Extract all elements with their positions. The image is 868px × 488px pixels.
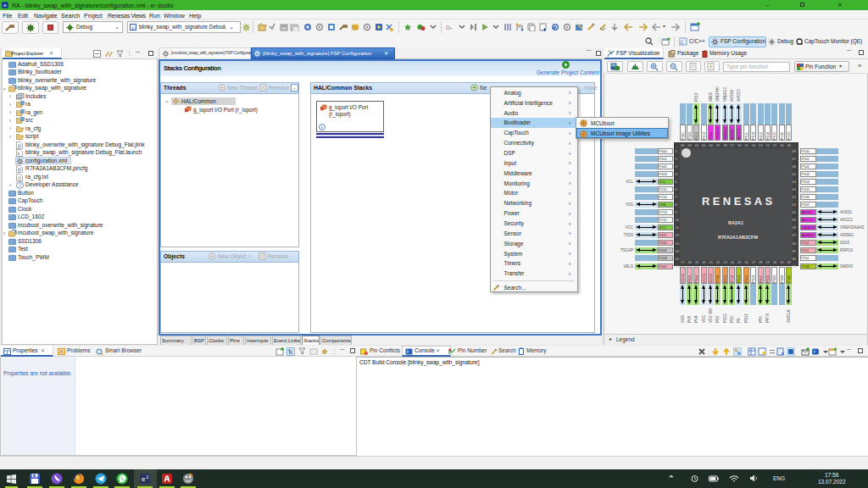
- svg-text:0s: 0s: [446, 24, 452, 31]
- svg-text:2: 2: [147, 474, 149, 480]
- svg-text:e: e: [142, 475, 146, 483]
- svg-text:x: x: [18, 151, 20, 156]
- svg-text:C: C: [680, 40, 684, 45]
- svg-text:?: ?: [19, 182, 22, 188]
